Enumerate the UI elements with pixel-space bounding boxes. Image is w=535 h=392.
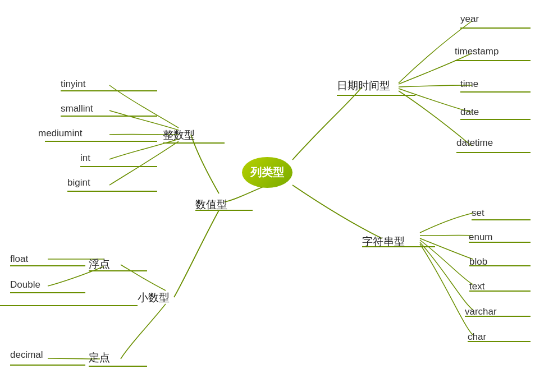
branch-fixed-pt-label: 定点 [89,351,110,365]
leaf-int-label: int [80,153,90,164]
branch-fixed-pt: 定点 [89,351,110,365]
branch-float-pt: 浮点 [89,257,110,271]
branch-small-dec-label: 小数型 [138,290,170,305]
leaf-enum: enum [469,232,493,243]
leaf-mediumint: mediumint [38,128,82,139]
branch-string-label: 字符串型 [362,234,405,249]
leaf-tinyint-label: tinyint [61,79,85,90]
leaf-char-label: char [468,331,486,343]
leaf-smallint-label: smallint [61,103,93,114]
leaf-set-label: set [472,207,484,219]
leaf-float: float [10,253,28,265]
branch-datetime-type: 日期时间型 [337,79,390,93]
leaf-datetime: datetime [456,137,493,149]
branch-datetime-label: 日期时间型 [337,79,390,93]
leaf-timestamp: timestamp [455,46,499,57]
branch-float-pt-label: 浮点 [89,257,110,271]
leaf-mediumint-label: mediumint [38,128,82,139]
leaf-float-label: float [10,253,28,265]
leaf-year: year [460,13,479,25]
branch-numeric-label: 数值型 [195,197,227,212]
leaf-double-label: Double [10,279,40,290]
leaf-char: char [468,331,486,343]
center-node: 列类型 [242,157,292,188]
branch-integer-type: 整数型 [163,128,195,142]
branch-string-type: 字符串型 [362,234,405,249]
leaf-year-label: year [460,13,479,25]
leaf-tinyint: tinyint [61,79,85,90]
connections-svg [0,0,535,392]
leaf-datetime-label: datetime [456,137,493,149]
leaf-date-label: date [460,107,479,118]
leaf-decimal-label: decimal [10,349,43,361]
leaf-time: time [460,79,478,90]
branch-numeric-type: 数值型 [195,197,227,212]
leaf-set: set [472,207,484,219]
leaf-blob: blob [469,256,487,268]
leaf-decimal: decimal [10,349,43,361]
leaf-text-label: text [469,281,484,292]
leaf-varchar-label: varchar [465,306,497,317]
mindmap: 列类型 日期时间型 字符串型 整数型 数值型 浮点 小数型 定点 year ti… [0,0,535,392]
leaf-varchar: varchar [465,306,497,317]
leaf-smallint: smallint [61,103,93,114]
leaf-timestamp-label: timestamp [455,46,499,57]
leaf-bigint: bigint [67,177,90,188]
leaf-int: int [80,153,90,164]
leaf-date: date [460,107,479,118]
center-label: 列类型 [250,165,284,180]
leaf-bigint-label: bigint [67,177,90,188]
leaf-blob-label: blob [469,256,487,268]
leaf-time-label: time [460,79,478,90]
leaf-text: text [469,281,484,292]
branch-integer-label: 整数型 [163,128,195,142]
branch-small-dec: 小数型 [138,290,170,305]
leaf-enum-label: enum [469,232,493,243]
leaf-double: Double [10,279,40,290]
